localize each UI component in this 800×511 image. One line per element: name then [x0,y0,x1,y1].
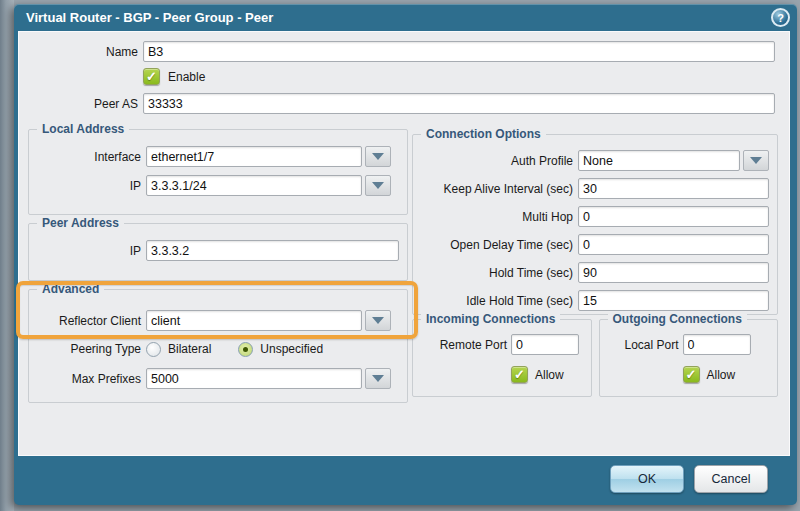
incoming-allow-checkbox[interactable] [511,366,528,383]
reflector-client-label: Reflector Client [29,314,141,328]
max-prefixes-dropdown[interactable] [146,368,362,389]
reflector-client-dropdown[interactable] [146,310,362,331]
local-address-legend: Local Address [37,122,129,136]
local-port-input[interactable] [683,334,751,355]
local-ip-label: IP [29,179,141,193]
reflector-client-dropdown-button[interactable] [365,310,391,331]
remote-port-input[interactable] [511,334,579,355]
interface-label: Interface [29,150,141,164]
auth-profile-label: Auth Profile [413,154,573,168]
multi-hop-input[interactable] [578,206,769,227]
advanced-section: Advanced Reflector Client Peering Type B… [28,289,408,403]
dialog-titlebar: Virtual Router - BGP - Peer Group - Peer… [14,4,797,31]
incoming-allow-label: Allow [535,368,564,382]
local-ip-dropdown-button[interactable] [365,175,391,196]
peering-type-bilateral-label: Bilateral [168,342,211,356]
max-prefixes-label: Max Prefixes [29,372,141,386]
max-prefixes-dropdown-button[interactable] [365,368,391,389]
hold-time-input[interactable] [578,262,769,283]
peer-as-input[interactable] [143,93,775,114]
local-ip-dropdown[interactable] [146,175,362,196]
peer-as-label: Peer AS [18,97,138,111]
enable-label: Enable [168,70,205,84]
connection-options-legend: Connection Options [421,127,546,141]
idle-hold-time-label: Idle Hold Time (sec) [413,294,573,308]
local-address-section: Local Address Interface IP [28,129,408,215]
peering-type-label: Peering Type [29,342,141,356]
enable-checkbox[interactable] [143,68,160,85]
outgoing-connections-section: Outgoing Connections Local Port Allow [599,319,779,397]
remote-port-label: Remote Port [417,338,507,352]
peer-ip-input[interactable] [146,240,399,261]
dialog-footer: OK Cancel [14,456,797,505]
local-port-label: Local Port [604,338,679,352]
keep-alive-interval-label: Keep Alive Interval (sec) [413,182,573,196]
peering-type-bilateral-radio[interactable] [146,342,161,357]
open-delay-time-input[interactable] [578,234,769,255]
chevron-down-icon [372,182,384,189]
peer-address-section: Peer Address IP [28,223,408,281]
peering-type-unspecified-label: Unspecified [260,342,323,356]
chevron-down-icon [750,157,762,164]
interface-dropdown-button[interactable] [365,146,391,167]
chevron-down-icon [372,375,384,382]
keep-alive-interval-input[interactable] [578,178,769,199]
help-icon[interactable]: ? [771,8,790,27]
advanced-legend: Advanced [37,282,104,296]
outgoing-connections-legend: Outgoing Connections [608,312,747,326]
outgoing-allow-checkbox[interactable] [683,366,700,383]
ok-button[interactable]: OK [610,465,684,493]
peering-type-unspecified-radio[interactable] [238,342,253,357]
name-label: Name [18,45,138,59]
dialog-title: Virtual Router - BGP - Peer Group - Peer [26,10,273,25]
name-input[interactable] [143,41,775,62]
interface-dropdown[interactable] [146,146,362,167]
connection-options-section: Connection Options Auth Profile Keep Ali… [412,134,778,315]
incoming-connections-section: Incoming Connections Remote Port Allow [412,319,592,397]
incoming-connections-legend: Incoming Connections [421,312,560,326]
peer-dialog: Virtual Router - BGP - Peer Group - Peer… [14,4,797,505]
open-delay-time-label: Open Delay Time (sec) [413,238,573,252]
peer-address-legend: Peer Address [37,216,124,230]
chevron-down-icon [372,153,384,160]
idle-hold-time-input[interactable] [578,290,769,311]
multi-hop-label: Multi Hop [413,210,573,224]
right-column: Connection Options Auth Profile Keep Ali… [412,129,778,397]
chevron-down-icon [372,317,384,324]
left-column: Local Address Interface IP Peer Address [28,129,408,403]
dialog-body: Name Enable Peer AS Local Address Interf… [18,31,790,456]
hold-time-label: Hold Time (sec) [413,266,573,280]
auth-profile-dropdown-button[interactable] [743,150,769,171]
outgoing-allow-label: Allow [707,368,736,382]
auth-profile-dropdown[interactable] [578,150,740,171]
cancel-button[interactable]: Cancel [694,465,768,493]
peer-ip-label: IP [29,244,141,258]
